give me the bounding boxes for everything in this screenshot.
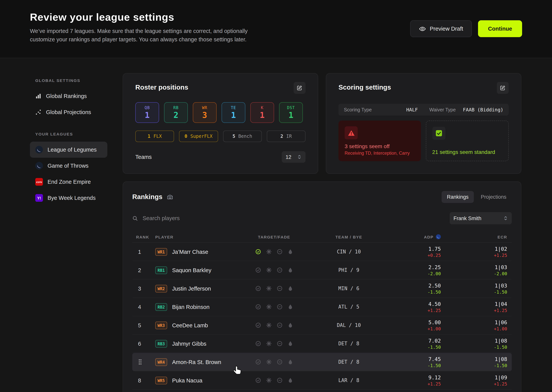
- camera-icon[interactable]: [167, 194, 173, 200]
- slot-row: 1 FLX 0 SuperFLX 5 Bench 2 IR: [135, 131, 305, 142]
- position-badge: WR5: [155, 377, 167, 384]
- target-icon[interactable]: [255, 267, 261, 273]
- minus-icon[interactable]: [276, 249, 282, 255]
- adp-delta: -1.50: [428, 344, 441, 350]
- user-select[interactable]: Frank Smith: [450, 212, 512, 224]
- global-settings-nav: Global Rankings Global Projections: [30, 88, 107, 120]
- adp-value: 2.25: [428, 264, 441, 270]
- player-row[interactable]: 1 WR1 Ja’Marr Chase: [132, 243, 512, 261]
- droplet-icon[interactable]: [287, 286, 293, 291]
- sidebar-item-league[interactable]: League of Legumes: [30, 142, 107, 158]
- burst-icon[interactable]: [266, 304, 272, 310]
- target-icon[interactable]: [255, 286, 261, 291]
- team-bye: DAL / 10: [301, 322, 397, 328]
- updown-icon: [503, 216, 508, 221]
- settings-off-alert[interactable]: 3 settings seem off Receiving TD, Interc…: [339, 121, 421, 161]
- burst-icon[interactable]: [266, 359, 272, 365]
- sidebar-item-league[interactable]: ESPN End Zone Empire: [30, 174, 107, 190]
- continue-button[interactable]: Continue: [478, 20, 522, 37]
- sidebar: GLOBAL SETTINGS Global Rankings Global P…: [30, 58, 107, 392]
- rank-number: 6: [138, 341, 141, 347]
- rank-number: 5: [138, 322, 141, 328]
- roster-slot[interactable]: 0 SuperFLX: [179, 131, 218, 142]
- position-badge: WR2: [155, 285, 167, 292]
- player-row[interactable]: 2 RB1 Saquon Barkley: [132, 261, 512, 280]
- player-row[interactable]: 6 RB3 Jahmyr Gibbs: [132, 335, 512, 353]
- edit-scoring-button[interactable]: [497, 82, 509, 94]
- minus-icon[interactable]: [276, 378, 282, 383]
- roster-position[interactable]: DST 1: [279, 102, 303, 123]
- preview-draft-button[interactable]: Preview Draft: [410, 20, 472, 37]
- minus-icon[interactable]: [276, 341, 282, 346]
- teams-select[interactable]: 12: [282, 151, 305, 163]
- minus-icon[interactable]: [276, 286, 282, 291]
- burst-icon[interactable]: [266, 341, 272, 346]
- player-row[interactable]: 8 WR5 Puka Nacua: [132, 371, 512, 390]
- grip-icon[interactable]: [138, 359, 142, 365]
- roster-position[interactable]: WR 3: [193, 102, 217, 123]
- player-row[interactable]: 5 WR3 CeeDee Lamb: [132, 316, 512, 335]
- minus-icon[interactable]: [276, 304, 282, 310]
- target-icon[interactable]: [255, 359, 261, 365]
- target-icon[interactable]: [255, 304, 261, 310]
- col-player: PLAYER: [155, 234, 247, 239]
- ecr-delta: -2.00: [494, 271, 507, 276]
- droplet-icon[interactable]: [287, 249, 293, 255]
- sidebar-item-league[interactable]: Y! Bye Week Legends: [30, 190, 107, 206]
- minus-icon[interactable]: [276, 322, 282, 328]
- player-row[interactable]: 7 WR4 Amon-Ra St. Brown: [132, 353, 512, 371]
- roster-slot[interactable]: 5 Bench: [223, 131, 262, 142]
- minus-icon[interactable]: [276, 267, 282, 273]
- position-badge: WR4: [155, 358, 167, 366]
- roster-position[interactable]: TE 1: [222, 102, 245, 123]
- col-target-fade: TARGET/FADE: [247, 234, 301, 239]
- burst-icon[interactable]: [266, 249, 272, 255]
- tab[interactable]: Projections: [475, 191, 512, 203]
- sidebar-item[interactable]: Global Projections: [30, 104, 107, 120]
- roster-slot[interactable]: 2 IR: [267, 131, 306, 142]
- svg-text:ESPN: ESPN: [36, 181, 42, 183]
- roster-slot[interactable]: 1 FLX: [135, 131, 174, 142]
- user-select-value: Frank Smith: [453, 215, 481, 221]
- edit-roster-button[interactable]: [294, 82, 305, 94]
- sidebar-item[interactable]: Global Rankings: [30, 88, 107, 104]
- droplet-icon[interactable]: [287, 304, 293, 310]
- page-header: Review your league settings We’ve import…: [0, 0, 552, 58]
- tab[interactable]: Rankings: [442, 191, 474, 203]
- target-icon[interactable]: [255, 341, 261, 346]
- adp-value: 9.12: [428, 374, 441, 380]
- burst-icon[interactable]: [266, 322, 272, 328]
- droplet-icon[interactable]: [287, 322, 293, 328]
- position-count: 2: [174, 111, 178, 120]
- teams-label: Teams: [135, 154, 152, 160]
- droplet-icon[interactable]: [287, 378, 293, 383]
- adp-delta: -2.00: [428, 271, 441, 276]
- search-input[interactable]: [142, 215, 264, 222]
- ecr-delta: +1.25: [494, 308, 507, 313]
- position-label: WR: [202, 105, 207, 110]
- adp-value: 5.00: [428, 319, 441, 325]
- player-row[interactable]: 3 WR2 Justin Jefferson: [132, 280, 512, 298]
- target-icon[interactable]: [255, 249, 261, 255]
- settings-standard-box[interactable]: 21 settings seem standard: [426, 121, 509, 161]
- burst-icon[interactable]: [266, 267, 272, 273]
- alert-title: 3 settings seem off: [345, 143, 414, 149]
- header-actions: Preview Draft Continue: [410, 12, 522, 58]
- position-label: QB: [145, 105, 150, 110]
- page-subtitle: We’ve imported 7 leagues. Make sure that…: [30, 27, 271, 44]
- burst-icon[interactable]: [266, 378, 272, 383]
- droplet-icon[interactable]: [287, 267, 293, 273]
- minus-icon[interactable]: [276, 359, 282, 365]
- droplet-icon[interactable]: [287, 341, 293, 346]
- global-settings-label: GLOBAL SETTINGS: [35, 78, 107, 83]
- burst-icon[interactable]: [266, 286, 272, 291]
- roster-position[interactable]: QB 1: [135, 102, 159, 123]
- droplet-icon[interactable]: [287, 359, 293, 365]
- target-icon[interactable]: [255, 378, 261, 383]
- sidebar-item-league[interactable]: Game of Throws: [30, 158, 107, 174]
- roster-position[interactable]: K 1: [250, 102, 274, 123]
- target-icon[interactable]: [255, 322, 261, 328]
- roster-title: Roster positions: [135, 84, 188, 91]
- player-row[interactable]: 4 RB2 Bijan Robinson: [132, 298, 512, 316]
- roster-position[interactable]: RB 2: [164, 102, 188, 123]
